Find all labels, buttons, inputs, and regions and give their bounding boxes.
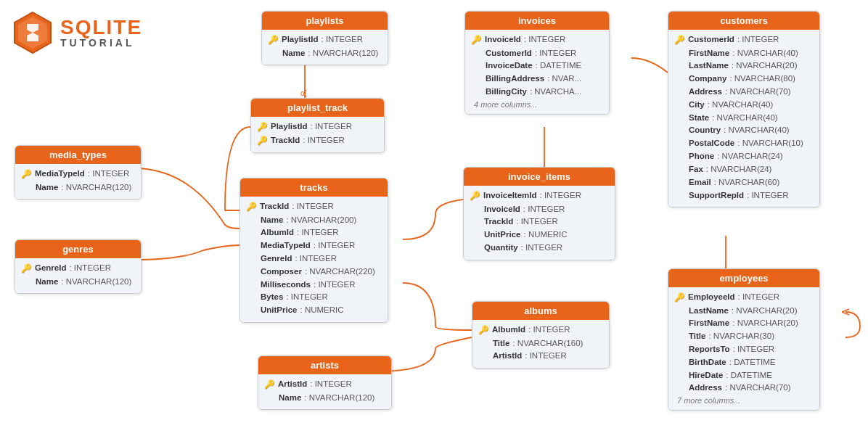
field-tr-albumid: AlbumId : INTEGER: [246, 226, 382, 239]
field-mt-name: Name : NVARCHAR(120): [21, 181, 135, 194]
key-icon: 🔑: [470, 189, 480, 203]
field-cu-email: Email : NVARCHAR(60): [674, 176, 814, 189]
key-icon: 🔑: [674, 33, 685, 47]
table-artists-body: 🔑 ArtistId : INTEGER Name : NVARCHAR(120…: [258, 374, 391, 409]
field-al-albumid: 🔑 AlbumId : INTEGER: [478, 324, 603, 337]
field-al-title: Title : NVARCHAR(160): [478, 337, 603, 350]
table-tracks-body: 🔑 TrackId : INTEGER Name : NVARCHAR(200)…: [240, 197, 388, 322]
field-tr-trackid: 🔑 TrackId : INTEGER: [246, 200, 382, 214]
field-cu-fax: Fax : NVARCHAR(24): [674, 163, 814, 176]
table-media-types-body: 🔑 MediaTypeId : INTEGER Name : NVARCHAR(…: [15, 164, 141, 199]
field-tr-bytes: Bytes : INTEGER: [246, 291, 382, 304]
field-cu-customerid: 🔑 CustomerId : INTEGER: [674, 33, 814, 47]
field-tr-mediatypeid: MediaTypeId : INTEGER: [246, 239, 382, 252]
logo: SQLITE TUTORIAL: [11, 11, 142, 54]
table-invoice-items-header: invoice_items: [464, 168, 615, 186]
field-ii-unitprice: UnitPrice : NUMERIC: [470, 229, 609, 242]
logo-text: SQLITE TUTORIAL: [60, 17, 142, 48]
field-em-lastname: LastName : NVARCHAR(20): [674, 305, 814, 318]
field-cu-firstname: FirstName : NVARCHAR(40): [674, 47, 814, 60]
table-artists-header: artists: [258, 356, 391, 374]
field-g-genreid: 🔑 GenreId : INTEGER: [21, 262, 135, 276]
key-icon: 🔑: [21, 168, 32, 181]
field-cu-company: Company : NVARCHAR(80): [674, 73, 814, 86]
field-cu-postalcode: PostalCode : NVARCHAR(10): [674, 137, 814, 150]
table-customers-header: customers: [668, 12, 819, 30]
field-cu-country: Country : NVARCHAR(40): [674, 124, 814, 137]
field-pt-trackid: 🔑 TrackId : INTEGER: [257, 134, 378, 148]
diagram-container: || o{: [0, 0, 868, 436]
field-cu-city: City : NVARCHAR(40): [674, 99, 814, 112]
table-invoices-header: invoices: [465, 12, 609, 30]
svg-line-17: [842, 312, 849, 315]
field-tr-name: Name : NVARCHAR(200): [246, 214, 382, 227]
field-inv-customerid: CustomerId : INTEGER: [471, 47, 603, 60]
field-cu-address: Address : NVARCHAR(70): [674, 86, 814, 99]
field-tr-genreid: GenreId : INTEGER: [246, 252, 382, 266]
employees-more-columns: 7 more columns...: [674, 395, 814, 405]
field-cu-supportrepid: SupportRepId : INTEGER: [674, 189, 814, 202]
field-em-reportsto: ReportsTo : INTEGER: [674, 343, 814, 356]
field-playlists-playlistid: 🔑 PlaylistId : INTEGER: [268, 33, 382, 47]
table-playlist-track-header: playlist_track: [251, 99, 384, 117]
logo-sqlite-label: SQLITE: [60, 17, 142, 38]
svg-text:o{: o{: [300, 89, 308, 97]
table-playlist-track-body: 🔑 PlaylistId : INTEGER 🔑 TrackId : INTEG…: [251, 117, 384, 152]
field-inv-billingaddress: BillingAddress : NVAR...: [471, 73, 603, 86]
sqlite-logo-icon: [11, 11, 54, 54]
field-pt-playlistid: 🔑 PlaylistId : INTEGER: [257, 120, 378, 134]
field-cu-state: State : NVARCHAR(40): [674, 112, 814, 125]
field-tr-milliseconds: Milliseconds : INTEGER: [246, 279, 382, 292]
field-g-name: Name : NVARCHAR(120): [21, 276, 135, 289]
svg-line-16: [842, 309, 849, 312]
field-em-title: Title : NVARCHAR(30): [674, 330, 814, 343]
table-customers-body: 🔑 CustomerId : INTEGER FirstName : NVARC…: [668, 30, 819, 207]
table-playlists-body: 🔑 PlaylistId : INTEGER Name : NVARCHAR(1…: [262, 30, 388, 65]
field-tr-unitprice: UnitPrice : NUMERIC: [246, 304, 382, 317]
table-customers: customers 🔑 CustomerId : INTEGER FirstNa…: [668, 11, 820, 207]
table-albums: albums 🔑 AlbumId : INTEGER Title : NVARC…: [472, 301, 610, 369]
field-em-employeeid: 🔑 EmployeeId : INTEGER: [674, 291, 814, 305]
field-ar-name: Name : NVARCHAR(120): [264, 392, 385, 405]
field-em-hiredate: HireDate : DATETIME: [674, 369, 814, 382]
key-icon: 🔑: [264, 378, 275, 392]
field-ii-invoiceid: InvoiceId : INTEGER: [470, 203, 609, 216]
table-playlists-header: playlists: [262, 12, 388, 30]
table-tracks-header: tracks: [240, 178, 388, 197]
field-inv-billingcity: BillingCity : NVARCHA...: [471, 86, 603, 99]
table-invoice-items: invoice_items 🔑 InvoiceItemId : INTEGER …: [463, 167, 615, 260]
invoices-more-columns: 4 more columns...: [471, 99, 603, 109]
field-cu-lastname: LastName : NVARCHAR(20): [674, 59, 814, 73]
table-employees-body: 🔑 EmployeeId : INTEGER LastName : NVARCH…: [668, 287, 819, 410]
field-playlists-name: Name : NVARCHAR(120): [268, 47, 382, 60]
key-icon: 🔑: [21, 262, 32, 276]
table-playlist-track: playlist_track 🔑 PlaylistId : INTEGER 🔑 …: [250, 98, 385, 153]
table-invoices-body: 🔑 InvoiceId : INTEGER CustomerId : INTEG…: [465, 30, 609, 114]
table-invoice-items-body: 🔑 InvoiceItemId : INTEGER InvoiceId : IN…: [464, 186, 615, 260]
field-em-birthdate: BirthDate : DATETIME: [674, 356, 814, 369]
field-ii-quantity: Quantity : INTEGER: [470, 242, 609, 255]
logo-tutorial-label: TUTORIAL: [60, 38, 142, 48]
table-tracks: tracks 🔑 TrackId : INTEGER Name : NVARCH…: [239, 178, 388, 323]
table-artists: artists 🔑 ArtistId : INTEGER Name : NVAR…: [258, 355, 392, 410]
field-ii-invoiceitemid: 🔑 InvoiceItemId : INTEGER: [470, 189, 609, 203]
key-icon: 🔑: [471, 33, 482, 47]
key-icon: 🔑: [257, 120, 268, 134]
field-inv-invoiceid: 🔑 InvoiceId : INTEGER: [471, 33, 603, 47]
key-icon: 🔑: [246, 200, 257, 214]
table-employees-header: employees: [668, 269, 819, 287]
table-playlists: playlists 🔑 PlaylistId : INTEGER Name : …: [261, 11, 388, 65]
table-genres: genres 🔑 GenreId : INTEGER Name : NVARCH…: [15, 239, 142, 294]
field-tr-composer: Composer : NVARCHAR(220): [246, 266, 382, 279]
key-icon: 🔑: [268, 33, 279, 47]
field-al-artistid: ArtistId : INTEGER: [478, 350, 603, 363]
field-ii-trackid: TrackId : INTEGER: [470, 215, 609, 229]
table-media-types: media_types 🔑 MediaTypeId : INTEGER Name…: [15, 145, 142, 200]
table-albums-body: 🔑 AlbumId : INTEGER Title : NVARCHAR(160…: [472, 320, 609, 368]
field-mt-mediatypeid: 🔑 MediaTypeId : INTEGER: [21, 168, 135, 181]
key-icon: 🔑: [257, 134, 268, 148]
table-genres-body: 🔑 GenreId : INTEGER Name : NVARCHAR(120): [15, 258, 141, 293]
table-invoices: invoices 🔑 InvoiceId : INTEGER CustomerI…: [464, 11, 610, 115]
field-em-address: Address : NVARCHAR(70): [674, 382, 814, 395]
table-albums-header: albums: [472, 302, 609, 320]
